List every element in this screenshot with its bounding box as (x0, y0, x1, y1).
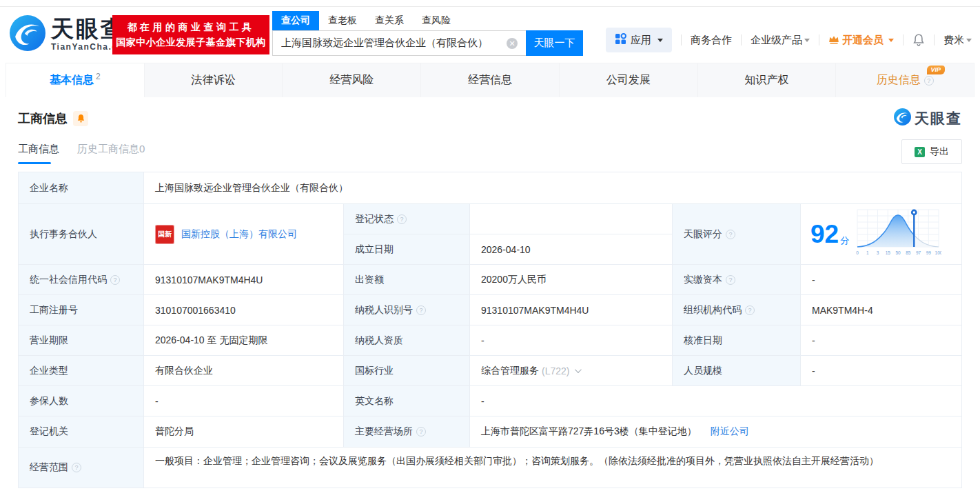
svg-text:50: 50 (896, 250, 901, 255)
svg-text:1: 1 (866, 250, 869, 255)
help-icon[interactable]: ? (726, 230, 735, 239)
svg-text:15: 15 (886, 250, 891, 255)
help-icon[interactable]: ? (72, 463, 81, 472)
subtab-business-info[interactable]: 工商信息 (18, 143, 59, 164)
field-value-reg-authority: 普陀分局 (144, 416, 344, 448)
field-label-reg-status: 登记状态? (344, 204, 470, 234)
field-label-company-type: 企业类型 (19, 356, 144, 386)
svg-text:0: 0 (856, 250, 859, 255)
tianyancha-watermark: 天眼查 (894, 108, 962, 128)
help-icon[interactable]: ? (110, 275, 120, 285)
help-icon[interactable]: ? (726, 275, 735, 285)
chevron-down-icon (888, 39, 894, 42)
username: 费米 (943, 34, 964, 47)
search-tab-company[interactable]: 查公司 (272, 11, 319, 30)
field-label-reg-number: 工商注册号 (19, 295, 144, 325)
search-tab-relation[interactable]: 查关系 (366, 11, 413, 30)
field-label-taxpayer-id: 纳税人识别号? (344, 295, 470, 325)
field-label-business-address: 主要经营场所? (344, 416, 470, 448)
help-icon[interactable]: ? (397, 214, 407, 224)
vip-label: 开通会员 (842, 34, 884, 47)
field-value-insured-count: - (144, 386, 344, 416)
field-value-english-name: - (470, 386, 961, 416)
field-label-establish-date: 成立日期 (344, 234, 470, 265)
banner-line2: 国家中小企业发展子基金旗下机构 (116, 37, 266, 49)
field-label-taxpayer-quality: 纳税人资质 (344, 325, 470, 356)
field-value-business-address: 上海市普陀区富平路727弄16号3楼（集中登记地） 附近公司 (470, 416, 961, 448)
nav-enterprise-label: 企业级产品 (751, 34, 802, 47)
tab-label: 历史信息 (877, 73, 921, 88)
tab-label: 经营风险 (329, 73, 374, 88)
score-distribution-chart: 0 1 3 15 50 85 97 99 100 (855, 207, 941, 261)
search-tabs: 查公司 查老板 查关系 查风险 (272, 11, 583, 30)
help-icon[interactable]: ? (745, 305, 755, 315)
partner-company-logo[interactable]: 国新 (155, 225, 174, 244)
apps-menu[interactable]: 应用 (606, 28, 672, 52)
field-value-approval-date: - (801, 325, 961, 356)
field-label-industry: 国标行业 (344, 356, 470, 386)
field-label-executive-partner: 执行事务合伙人 (19, 204, 144, 265)
tab-company-development[interactable]: 公司发展 (560, 63, 698, 97)
search-tab-boss[interactable]: 查老板 (319, 11, 366, 30)
field-label-tyc-score: 天眼评分? (673, 204, 801, 265)
tab-operation-risk[interactable]: 经营风险 (283, 63, 421, 97)
search-area: 查公司 查老板 查关系 查风险 ✕ 天眼一下 (272, 11, 583, 56)
company-tab-bar: 基本信息 2 法律诉讼 经营风险 经营信息 公司发展 知识产权 VIP 历史信息… (6, 63, 974, 97)
open-vip-button[interactable]: 开通会员 (828, 34, 894, 47)
help-icon[interactable]: ? (924, 76, 934, 86)
business-info-section: 工商信息 天眼查 工商信息 历史工商信息0 (0, 108, 980, 488)
business-info-table: 企业名称 上海国脉致远企业管理合伙企业（有限合伙） 执行事务合伙人 国新 国新控… (18, 172, 962, 488)
tab-basic-info[interactable]: 基本信息 2 (6, 63, 145, 97)
field-label-reg-authority: 登记机关 (19, 416, 144, 448)
tab-history-info[interactable]: VIP 历史信息 ? (836, 63, 974, 97)
clear-search-icon[interactable]: ✕ (507, 38, 518, 49)
divider (819, 34, 819, 46)
apps-grid-icon (615, 33, 626, 47)
help-icon[interactable]: ? (416, 305, 426, 315)
tab-label: 知识产权 (744, 73, 788, 88)
chevron-down-icon[interactable] (575, 366, 582, 373)
help-icon[interactable]: ? (416, 427, 426, 436)
field-label-company-name: 企业名称 (19, 172, 144, 204)
top-divider (0, 0, 980, 7)
nearby-companies-link[interactable]: 附近公司 (711, 425, 749, 438)
field-label-capital: 出资额 (344, 265, 470, 295)
field-value-org-code: MAK9TM4H-4 (801, 295, 961, 325)
search-input[interactable] (272, 30, 526, 56)
user-menu[interactable]: 费米 (943, 34, 972, 47)
field-value-establish-date: 2026-04-10 (470, 234, 673, 265)
subtab-history-business-info[interactable]: 历史工商信息0 (77, 143, 145, 164)
divider (903, 34, 904, 46)
field-label-approval-date: 核准日期 (673, 325, 801, 356)
banner-line1: 都在用的商业查询工具 (127, 21, 255, 34)
tab-operation-info[interactable]: 经营信息 (421, 63, 560, 97)
nav-cooperation[interactable]: 商务合作 (691, 34, 732, 47)
field-value-business-scope: 一般项目：企业管理；企业管理咨询；会议及展览服务（出国办展须经相关部门审批）；咨… (144, 448, 961, 488)
partner-company-link[interactable]: 国新控股（上海）有限公司 (181, 228, 297, 241)
tab-intellectual-property[interactable]: 知识产权 (698, 63, 837, 97)
site-header: 天眼查 TianYanCha.com 都在用的商业查询工具 国家中小企业发展子基… (0, 7, 980, 63)
field-value-credit-code: 91310107MAK9TM4H4U (144, 265, 344, 295)
chevron-down-icon (804, 39, 810, 42)
field-value-industry: 综合管理服务 (L722) (470, 356, 673, 386)
svg-text:97: 97 (916, 250, 921, 255)
svg-text:100: 100 (935, 250, 941, 255)
subscribe-bell-icon[interactable] (73, 111, 88, 126)
field-label-org-code: 组织机构代码? (673, 295, 801, 325)
search-button[interactable]: 天眼一下 (526, 30, 583, 56)
export-button[interactable]: X 导出 (901, 139, 962, 164)
nav-enterprise-product[interactable]: 企业级产品 (751, 34, 810, 47)
tab-legal-litigation[interactable]: 法律诉讼 (145, 63, 283, 97)
field-value-taxpayer-id: 91310107MAK9TM4H4U (470, 295, 673, 325)
divider (934, 34, 935, 46)
field-value-reg-status (470, 204, 673, 234)
notifications-bell-icon[interactable] (912, 34, 925, 47)
tianyancha-swirl-icon (894, 108, 911, 128)
tab-label: 法律诉讼 (192, 73, 236, 88)
vip-badge: VIP (927, 66, 946, 74)
field-value-company-name: 上海国脉致远企业管理合伙企业（有限合伙） (144, 172, 961, 204)
field-value-capital: 20200万人民币 (470, 265, 673, 295)
search-tab-risk[interactable]: 查风险 (413, 11, 460, 30)
field-value-taxpayer-quality: - (470, 325, 673, 356)
field-label-business-term: 营业期限 (19, 325, 144, 356)
